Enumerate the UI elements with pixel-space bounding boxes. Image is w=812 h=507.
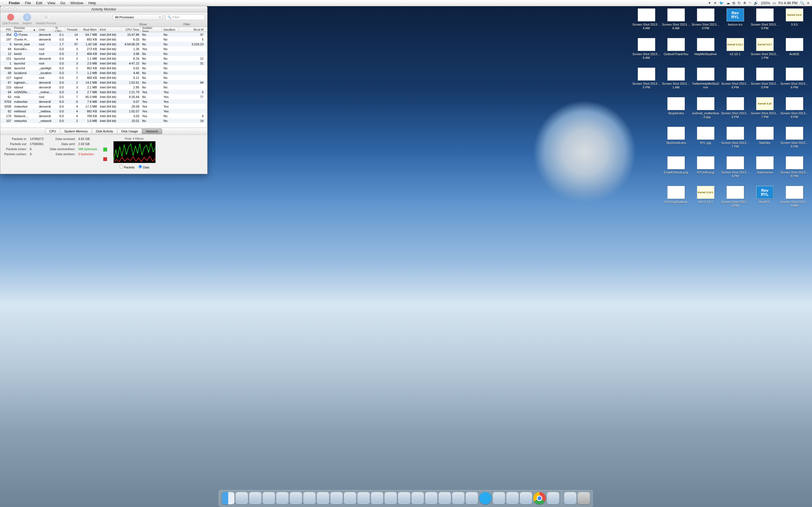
table-row[interactable]: 68locationd_location0.071.2 MBIntel (64 …: [0, 70, 207, 75]
table-row[interactable]: 151launchddenverdi0.021.1 MBIntel (64 bi…: [0, 56, 207, 61]
menu-view[interactable]: View: [45, 0, 58, 6]
window-titlebar[interactable]: Activity Monitor: [0, 6, 207, 12]
lbl-packets-out-sec: Packets out/sec:: [4, 152, 27, 156]
quit-process-button[interactable]: Quit Process: [3, 13, 18, 25]
lbl-data-received: Data received:: [50, 137, 75, 140]
table-row[interactable]: 9200mdworkerdenverdi0.0417.3 MBIntel (64…: [0, 104, 207, 109]
table-row[interactable]: 9703mdworkerdenverdi0.067.8 MBIntel (64 …: [0, 99, 207, 104]
tab-network[interactable]: Network: [142, 128, 162, 134]
table-row[interactable]: 197iTunes H…denverdi0.04892 KBIntel (64 …: [0, 37, 207, 42]
table-row[interactable]: 9568launchd_spotligh0.02952 KBIntel (64 …: [0, 66, 207, 70]
col-user[interactable]: User: [38, 27, 54, 32]
col-kind[interactable]: Kind: [98, 27, 121, 32]
tab-disk-activity[interactable]: Disk Activity: [92, 128, 117, 134]
network-panel: Packets in:13780272 Packets out:17590361…: [0, 135, 207, 174]
filter-label: Filter: [184, 22, 190, 26]
tab-disk-usage[interactable]: Disk Usage: [117, 128, 142, 134]
inspect-label: Inspect: [22, 22, 32, 25]
val-packets-out-sec: 0: [30, 152, 44, 156]
table-row[interactable]: 69KernelEv…root0.03272 KBIntel (64 bit)1…: [0, 47, 207, 51]
network-graph: [113, 141, 156, 163]
tab-system-memory[interactable]: System Memory: [60, 128, 92, 134]
legend-red-swatch: [103, 157, 107, 161]
table-row[interactable]: 0kernel_taskroot1.7971.42 GBIntel (64 bi…: [0, 42, 207, 47]
col-cputime[interactable]: CPU Time: [121, 27, 141, 32]
table-row[interactable]: 127logindroot0.02460 KBIntel (64 bit)0.1…: [0, 75, 207, 80]
menu-edit[interactable]: Edit: [34, 0, 45, 6]
footer-tabs: CPUSystem MemoryDisk ActivityDisk UsageN…: [0, 128, 207, 135]
peak-label: Peak: 4 KB/sec: [124, 137, 144, 140]
col-rcvd[interactable]: Rcvd M: [179, 27, 205, 32]
table-row[interactable]: 64mDNSRe…_mdnsres0.032.7 MBIntel (64 bit…: [0, 90, 207, 94]
process-filter-dropdown[interactable]: All Processes: [112, 14, 163, 20]
val-packets-out: 17590361: [30, 142, 44, 146]
menu-go[interactable]: Go: [58, 0, 68, 6]
lbl-packets-in: Packets in:: [4, 137, 27, 140]
inspect-button[interactable]: iInspect: [22, 13, 32, 25]
col-sandbox[interactable]: Sandbox: [162, 27, 179, 32]
lbl-data-sent-sec: Data sent/sec:: [50, 152, 75, 156]
table-row[interactable]: 354iTunesdenverdi0.11464.7 MBIntel (64 b…: [0, 32, 207, 37]
table-header: PID Process Name▲ User % CPU Threads Rea…: [0, 27, 207, 32]
minimize-button[interactable]: [8, 8, 11, 11]
lbl-packets-in-sec: Packets in/sec:: [4, 147, 27, 151]
zoom-button[interactable]: [13, 8, 17, 11]
app-name-menu[interactable]: Finder: [6, 0, 22, 6]
lbl-data-rec-sec: Data received/sec:: [50, 147, 75, 151]
sample-label: Sample Process: [36, 22, 56, 25]
col-sudden-term[interactable]: Sudden Term.: [141, 27, 162, 32]
lbl-data-sent: Data sent:: [50, 142, 75, 146]
table-row[interactable]: 215lsboxddenverdi0.032.1 MBIntel (64 bit…: [0, 85, 207, 90]
sample-process-button[interactable]: ⚙Sample Process: [36, 13, 56, 25]
val-data-sent-sec: 0 bytes/sec: [79, 152, 98, 156]
col-pid[interactable]: PID: [0, 27, 13, 32]
radio-packets[interactable]: Packets: [119, 165, 135, 169]
quit-label: Quit Process: [3, 22, 18, 25]
val-packets-in-sec: 6: [30, 147, 44, 151]
radio-data[interactable]: Data: [139, 165, 149, 169]
table-row[interactable]: 12kextdroot0.02456 KBIntel (64 bit)3.98N…: [0, 51, 207, 56]
table-row[interactable]: 107networkd_network0.021.0 MBIntel (64 b…: [0, 118, 207, 123]
window-title: Activity Monitor: [0, 7, 207, 11]
table-row[interactable]: 1launchdroot0.032.0 MBIntel (64 bit)4:47…: [0, 61, 207, 66]
show-label: Show: [139, 22, 147, 26]
col-realmem[interactable]: Real Mem: [79, 27, 98, 32]
val-packets-in: 13780272: [30, 137, 44, 140]
tab-cpu[interactable]: CPU: [45, 128, 60, 134]
filter-search-input[interactable]: 🔍Filter: [165, 14, 205, 20]
table-row[interactable]: 63mdsroot0.5785.3 MBIntel (64 bit)8:26.8…: [0, 94, 207, 99]
col-process-name[interactable]: Process Name▲: [13, 27, 38, 32]
dropdown-value: All Processes: [115, 15, 134, 19]
filter-placeholder: Filter: [172, 15, 179, 19]
menubar: Finder File Edit View Go Window Help ✦ ✶…: [0, 0, 406, 6]
close-button[interactable]: [3, 8, 6, 11]
process-table-body[interactable]: 354iTunesdenverdi0.11464.7 MBIntel (64 b…: [0, 32, 207, 128]
menu-help[interactable]: Help: [86, 0, 99, 6]
lbl-packets-out: Packets out:: [4, 142, 27, 146]
activity-monitor-window: Activity Monitor Quit Process iInspect ⚙…: [0, 6, 207, 174]
toolbar: Quit Process iInspect ⚙Sample Process Al…: [0, 12, 207, 27]
table-row[interactable]: 67loginwin…denverdi0.0214.2 MBIntel (64 …: [0, 80, 207, 85]
table-row[interactable]: 170Network…denverdi0.04708 KBIntel (64 b…: [0, 114, 207, 118]
val-data-sent: 2.63 GB: [79, 142, 98, 146]
table-row[interactable]: 62netbiosd_netbios0.04992 KBIntel (64 bi…: [0, 109, 207, 114]
menu-window[interactable]: Window: [68, 0, 86, 6]
val-data-rec-sec: 586 bytes/sec: [79, 147, 98, 151]
col-threads[interactable]: Threads: [65, 27, 79, 32]
menu-file[interactable]: File: [22, 0, 34, 6]
apple-menu[interactable]: [0, 0, 6, 6]
legend-green-swatch: [103, 148, 107, 152]
col-cpu[interactable]: % CPU: [54, 27, 65, 32]
val-data-received: 9.62 GB: [79, 137, 98, 140]
